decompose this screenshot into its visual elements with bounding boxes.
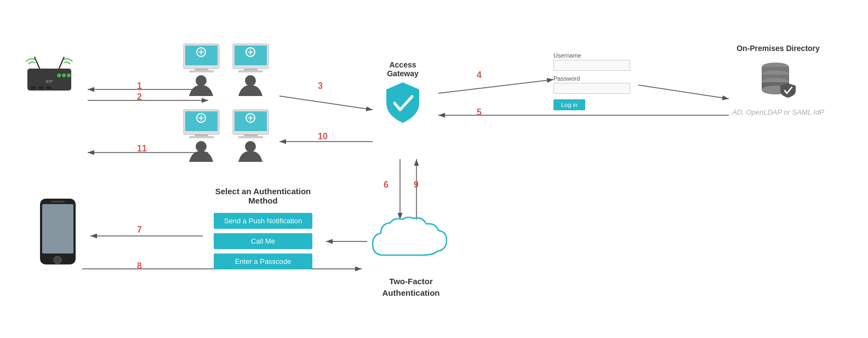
database-icon bbox=[756, 57, 800, 101]
step-7: 7 bbox=[137, 225, 142, 235]
svg-rect-50 bbox=[235, 111, 267, 131]
svg-line-15 bbox=[35, 57, 39, 68]
svg-rect-34 bbox=[235, 46, 267, 65]
svg-line-16 bbox=[59, 57, 64, 68]
svg-point-21 bbox=[57, 74, 61, 77]
auth-method-panel: Select an Authentication Method Send a P… bbox=[203, 187, 323, 274]
svg-line-6 bbox=[638, 85, 729, 99]
cloud-icon bbox=[367, 214, 455, 269]
call-me-button[interactable]: Call Me bbox=[214, 233, 312, 249]
svg-rect-67 bbox=[51, 201, 65, 202]
svg-point-56 bbox=[245, 141, 256, 152]
step-3: 3 bbox=[318, 81, 323, 91]
svg-text:IDP: IDP bbox=[45, 79, 53, 84]
svg-rect-55 bbox=[238, 136, 263, 138]
password-label: Password bbox=[553, 75, 641, 82]
directory-title: On-Premises Directory bbox=[729, 44, 827, 53]
svg-point-40 bbox=[245, 75, 256, 86]
mobile-phone bbox=[36, 198, 79, 271]
login-button[interactable]: Log in bbox=[553, 99, 585, 110]
svg-rect-38 bbox=[244, 69, 258, 70]
auth-method-title: Select an Authentication Method bbox=[203, 187, 323, 205]
router-icon: IDP bbox=[25, 55, 74, 99]
step-1: 1 bbox=[137, 81, 142, 91]
on-premises-directory: On-Premises Directory AD, OpenLDAP or SA… bbox=[729, 44, 827, 117]
svg-point-66 bbox=[54, 256, 61, 264]
svg-rect-54 bbox=[244, 134, 258, 136]
step-2: 2 bbox=[137, 92, 142, 102]
svg-rect-31 bbox=[189, 70, 214, 72]
step-11: 11 bbox=[137, 144, 147, 154]
router-device: IDP bbox=[16, 55, 82, 101]
step-10: 10 bbox=[318, 132, 328, 142]
gateway-label: Access Gateway bbox=[373, 60, 433, 78]
svg-rect-30 bbox=[195, 69, 208, 70]
step-6: 6 bbox=[384, 180, 389, 190]
svg-rect-20 bbox=[47, 87, 52, 89]
two-factor-cloud: Two-FactorAuthentication bbox=[367, 214, 455, 298]
svg-rect-26 bbox=[185, 46, 218, 65]
step-9: 9 bbox=[414, 180, 419, 190]
step-8: 8 bbox=[137, 261, 142, 271]
shield-icon bbox=[384, 81, 422, 125]
password-input[interactable] bbox=[553, 83, 630, 94]
step-5: 5 bbox=[477, 108, 482, 117]
cloud-label: Two-FactorAuthentication bbox=[367, 275, 455, 298]
username-input[interactable] bbox=[553, 60, 630, 71]
svg-rect-39 bbox=[238, 70, 263, 72]
diagram: 1 2 3 4 5 6 9 7 8 10 11 bbox=[0, 0, 868, 338]
svg-point-32 bbox=[196, 75, 207, 86]
svg-point-48 bbox=[196, 141, 207, 152]
svg-rect-65 bbox=[42, 204, 73, 254]
svg-line-5 bbox=[438, 80, 553, 93]
step-4: 4 bbox=[477, 70, 482, 80]
svg-rect-46 bbox=[195, 134, 208, 136]
svg-point-23 bbox=[67, 74, 71, 77]
svg-rect-47 bbox=[189, 136, 214, 138]
login-form: Username Password Log in bbox=[553, 52, 641, 110]
access-gateway: Access Gateway bbox=[373, 60, 433, 127]
svg-point-22 bbox=[62, 74, 66, 77]
clients-bottom bbox=[181, 107, 279, 197]
svg-line-4 bbox=[279, 96, 373, 110]
phone-icon bbox=[37, 198, 78, 269]
svg-rect-19 bbox=[38, 87, 43, 89]
username-label: Username bbox=[553, 52, 641, 59]
directory-subtitle: AD, OpenLDAP or SAML IdP bbox=[729, 108, 827, 117]
svg-rect-18 bbox=[31, 87, 36, 89]
svg-rect-42 bbox=[185, 111, 218, 131]
enter-passcode-button[interactable]: Enter a Passcode bbox=[214, 254, 312, 269]
push-notification-button[interactable]: Send a Push Notification bbox=[214, 213, 312, 229]
